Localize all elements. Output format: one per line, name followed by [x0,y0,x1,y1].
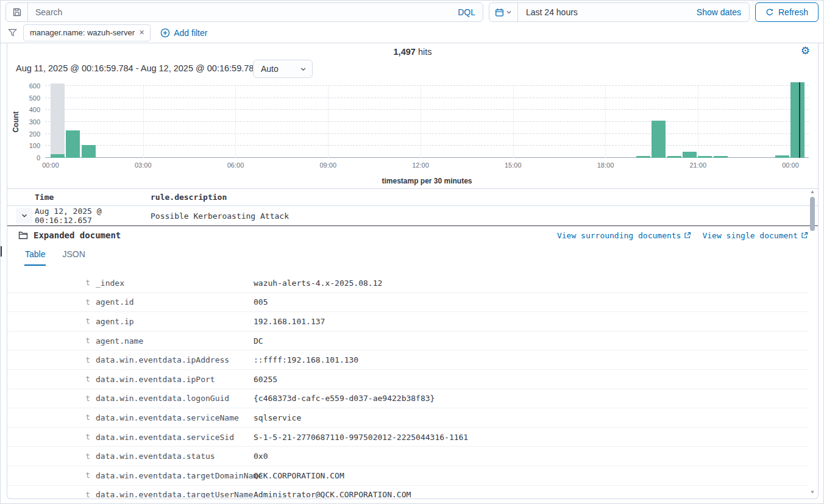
tab-table[interactable]: Table [24,249,46,266]
link-label: View surrounding documents [557,231,681,240]
field-value: wazuh-alerts-4.x-2025.08.12 [254,279,382,288]
field-name: data.win.eventdata.targetDomainName [96,471,254,480]
field-type-string-icon: t [84,279,91,287]
link-label: View single document [702,231,798,240]
field-name: data.win.eventdata.status [96,452,254,461]
field-type-string-icon: t [84,433,91,441]
gear-icon[interactable]: ⚙ [801,46,810,56]
field-type-string-icon: t [84,356,91,364]
doc-field-row: tdata.win.eventdata.logonGuid{c468373d-c… [7,389,808,409]
interval-select[interactable]: Auto [253,60,313,78]
scrollbar-thumb[interactable] [810,197,815,231]
field-value: 60255 [254,375,277,384]
field-type-string-icon: t [84,491,91,498]
histogram-bar[interactable] [683,152,697,158]
collapse-row-button[interactable] [16,208,32,224]
field-name: agent.id [96,297,254,307]
expanded-document-links: View surrounding documents View single d… [557,231,808,240]
doc-field-row: tagent.nameDC [7,332,808,351]
column-header-time[interactable]: Time [35,193,151,202]
histogram-bar[interactable] [652,121,666,158]
expanded-document-header: Expanded document View surrounding docum… [18,230,808,240]
histogram-bar[interactable] [775,155,789,158]
histogram-bar-out-of-range[interactable] [51,83,65,158]
histogram-bar[interactable] [636,156,650,158]
y-axis-tick-label: 600 [7,82,40,90]
histogram-bar[interactable] [82,145,96,158]
y-axis-tick-label: 300 [7,118,40,126]
discover-app: DQL Last 24 hours Show dates Refresh [0,0,824,504]
save-query-button[interactable] [6,3,28,21]
x-axis-tick-label: 18:00 [587,161,623,169]
tab-json[interactable]: JSON [62,249,85,266]
field-value: QCK.CORPORATION.COM [254,471,344,480]
y-gridline [45,85,809,86]
collapsed-sidebar-handle[interactable] [1,246,2,257]
x-axis-tick-label: 09:00 [310,161,346,169]
table-row[interactable]: Aug 12, 2025 @ 00:16:12.657 Possible Ker… [7,206,818,226]
doc-field-row: tdata.win.eventdata.serviceNamesqlservic… [7,408,808,428]
histogram-bar[interactable] [51,154,65,158]
y-axis-tick-label: 100 [7,142,40,149]
refresh-icon [765,8,774,16]
field-type-string-icon: t [84,471,91,480]
query-bar: DQL Last 24 hours Show dates Refresh [1,1,823,23]
refresh-label: Refresh [778,7,808,17]
histogram-plot-area[interactable] [45,86,809,158]
hits-label: hits [418,47,432,57]
external-link-icon [684,232,691,239]
field-value: 192.168.101.137 [254,317,325,326]
histogram-bar[interactable] [714,156,728,158]
field-type-string-icon: t [84,452,91,461]
refresh-button[interactable]: Refresh [755,2,819,22]
field-name: data.win.eventdata.ipPort [96,375,254,384]
scroll-down-arrow-icon[interactable]: ▼ [809,490,816,495]
discover-panel: 1,497 hits ⚙ Aug 11, 2025 @ 00:16:59.784… [7,43,819,499]
add-filter-button[interactable]: Add filter [160,28,207,38]
documents-table-header: Time rule.description [7,188,818,206]
field-value: 005 [254,297,268,307]
histogram-bar[interactable] [698,156,712,158]
histogram-bar[interactable] [667,156,681,158]
field-name: _index [96,279,254,288]
x-axis-tick-label: 00:00 [32,161,69,169]
search-group: DQL [5,2,483,22]
filter-funnel-icon[interactable] [8,28,17,37]
chevron-down-icon [21,212,28,219]
histogram-time-range: Aug 11, 2025 @ 00:16:59.784 - Aug 12, 20… [16,63,274,73]
field-type-string-icon: t [84,375,91,383]
field-type-string-icon: t [84,336,91,345]
vertical-scrollbar[interactable]: ▲ ▼ [809,190,816,495]
chevron-down-icon [300,66,307,73]
filter-chip[interactable]: manager.name: wazuh-server ✕ [23,24,151,41]
close-icon[interactable]: ✕ [139,29,144,37]
doc-field-row: tagent.id005 [7,293,808,313]
time-range-label[interactable]: Last 24 hours [518,7,697,17]
save-icon [12,7,22,17]
filter-chip-label: manager.name: wazuh-server [30,28,135,37]
field-name: data.win.eventdata.targetUserName [96,490,254,498]
x-axis-tick-label: 15:00 [495,161,531,169]
doc-field-row: tdata.win.eventdata.targetDomainNameQCK.… [7,466,808,486]
field-value: S-1-5-21-2770687110-997502012-2225044316… [254,433,468,442]
search-input[interactable] [28,3,450,21]
external-link-icon [801,232,808,239]
histogram-bar[interactable] [66,130,80,158]
histogram-bar[interactable] [790,82,804,158]
x-axis-tick-label: 00:00 [772,161,809,169]
doc-field-row: t_indexwazuh-alerts-4.x-2025.08.12 [7,274,808,293]
date-quick-select-button[interactable] [489,3,518,21]
x-axis-title: timestamp per 30 minutes [45,177,809,185]
field-name: data.win.eventdata.ipAddress [96,355,254,364]
field-type-string-icon: t [84,413,91,422]
query-language-button[interactable]: DQL [450,7,483,17]
view-single-document-link[interactable]: View single document [702,231,808,240]
column-header-rule-description[interactable]: rule.description [151,193,227,202]
field-name: agent.name [96,336,254,346]
view-surrounding-documents-link[interactable]: View surrounding documents [557,231,692,240]
expanded-document-tabs: Table JSON [24,249,86,266]
scroll-up-arrow-icon[interactable]: ▲ [809,190,816,194]
document-fields-table: t_indexwazuh-alerts-4.x-2025.08.12tagent… [7,274,808,498]
show-dates-button[interactable]: Show dates [697,7,749,17]
x-axis-tick-label: 03:00 [125,161,162,169]
